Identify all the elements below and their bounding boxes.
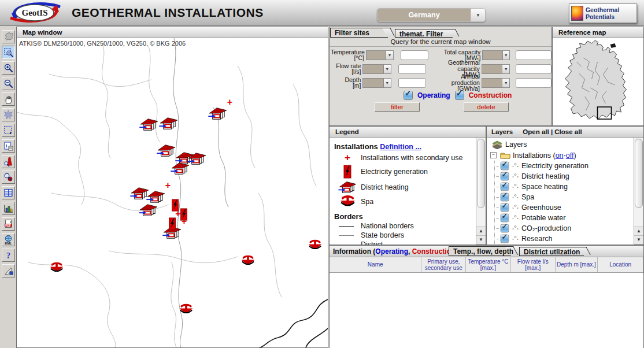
map-canvas[interactable]: ATKIS® DLM250/1000, GN250/1000, VG250, ©… bbox=[17, 38, 328, 347]
power-marker[interactable]: + bbox=[169, 217, 176, 232]
district-heating-marker[interactable] bbox=[157, 143, 176, 160]
district-heating-marker[interactable] bbox=[139, 202, 158, 220]
pan-button[interactable] bbox=[2, 92, 15, 106]
map-borders-layer bbox=[17, 38, 328, 347]
layer-on-link[interactable]: on bbox=[556, 151, 564, 160]
annual-production-value-input[interactable] bbox=[516, 78, 552, 88]
column-header-primary-use-secondary-use[interactable]: Primary use, secondary use bbox=[421, 257, 466, 272]
flow-rate-value-input[interactable] bbox=[398, 64, 426, 74]
operating-label: Operating bbox=[375, 247, 408, 256]
temperature-value-input[interactable] bbox=[401, 50, 428, 60]
measure-draw-button[interactable] bbox=[2, 264, 15, 277]
district-heating-marker[interactable] bbox=[171, 161, 190, 178]
identify-list-button[interactable]: i bbox=[2, 139, 15, 153]
column-header-location[interactable]: Location bbox=[598, 257, 643, 272]
scroll-up-icon[interactable]: ▲ bbox=[476, 227, 486, 236]
layer-item-label: District heating bbox=[521, 172, 569, 180]
space-heating-layer-checkbox[interactable]: ✓ bbox=[501, 183, 509, 191]
potable-water-layer-checkbox[interactable]: ✓ bbox=[501, 214, 509, 223]
zoom-in-button[interactable] bbox=[2, 61, 15, 75]
identify-button[interactable]: i bbox=[2, 124, 15, 137]
filter-button[interactable]: filter bbox=[375, 102, 420, 112]
district-heating-marker[interactable] bbox=[159, 116, 179, 133]
geotis-app: GeotIS GEOTHERMAL INSTALLATIONS Germany … bbox=[0, 0, 644, 348]
help-button[interactable]: ? bbox=[2, 249, 15, 262]
kml-export-button[interactable]: KML bbox=[2, 233, 15, 246]
tab-thematic-filter[interactable]: themat. Filter bbox=[395, 29, 453, 38]
total-capacity-value-input[interactable] bbox=[516, 50, 552, 60]
pdf-export-icon: PDF bbox=[3, 219, 13, 229]
scroll-down-icon[interactable]: ▼ bbox=[634, 236, 643, 245]
temperature-operator-select[interactable] bbox=[366, 50, 386, 60]
chevron-down-icon[interactable]: ▼ bbox=[383, 78, 391, 88]
column-header-temperature-c-max[interactable]: Temperature °C [max.] bbox=[466, 257, 511, 272]
column-header-flow-rate-l-s-max[interactable]: Flow rate l/s [max.] bbox=[511, 257, 556, 272]
delete-button[interactable]: delete bbox=[464, 102, 509, 112]
chevron-down-icon[interactable]: ▼ bbox=[471, 9, 485, 21]
spa-marker[interactable] bbox=[308, 240, 323, 253]
layers-group-node: − Installations (on - off) bbox=[489, 150, 634, 161]
chevron-down-icon[interactable]: ▼ bbox=[502, 50, 510, 60]
district-heating-icon bbox=[334, 180, 361, 194]
open-all-link[interactable]: Open all bbox=[523, 128, 549, 135]
legend-scrollbar-thumb[interactable] bbox=[477, 139, 485, 208]
zoom-box-button[interactable] bbox=[2, 46, 15, 59]
layers-scrollbar[interactable]: ▲ ▼ bbox=[634, 138, 643, 245]
flow-rate-operator-select[interactable] bbox=[362, 64, 383, 74]
spa-marker[interactable] bbox=[240, 256, 256, 269]
geothermal-capacity-value-input[interactable] bbox=[516, 64, 552, 74]
chevron-down-icon[interactable]: ▼ bbox=[386, 50, 393, 60]
chevron-down-icon[interactable]: ▼ bbox=[383, 64, 391, 74]
depth-value-input[interactable] bbox=[398, 78, 426, 88]
close-all-link[interactable]: Close all bbox=[554, 128, 582, 135]
refresh-star-button[interactable] bbox=[2, 108, 15, 121]
district-heating-marker[interactable] bbox=[187, 151, 207, 168]
information-table-header: NamePrimary use, secondary useTemperatur… bbox=[330, 257, 643, 273]
chevron-down-icon[interactable]: ▼ bbox=[502, 78, 510, 88]
layer-off-link[interactable]: off bbox=[566, 151, 574, 160]
reference-map-image[interactable] bbox=[553, 39, 643, 125]
collapse-expander-icon[interactable]: − bbox=[490, 152, 497, 158]
chart-button[interactable] bbox=[2, 202, 15, 215]
zoom-to-installation-button[interactable] bbox=[2, 155, 15, 168]
tab-district-utilization[interactable]: District utlization bbox=[519, 247, 584, 256]
full-extent-button[interactable] bbox=[2, 30, 15, 43]
total-capacity-operator-select[interactable] bbox=[482, 50, 502, 60]
layers-scrollbar-thumb[interactable] bbox=[635, 139, 643, 208]
country-select[interactable]: Germany ▼ bbox=[377, 8, 486, 22]
depth-operator-select[interactable] bbox=[362, 78, 383, 88]
co-production-layer-checkbox[interactable]: ✓ bbox=[501, 224, 509, 233]
data-table-button[interactable] bbox=[2, 186, 15, 199]
geothermal-potentials-button[interactable]: Geothermal Potentials bbox=[569, 3, 637, 23]
legend-scrollbar[interactable]: ▲ ▼ bbox=[476, 138, 486, 245]
spa-marker[interactable] bbox=[179, 304, 194, 317]
electricity-generation-layer-checkbox[interactable]: ✓ bbox=[501, 162, 509, 171]
scroll-up-icon[interactable]: ▲ bbox=[634, 227, 643, 236]
district-heating-marker[interactable] bbox=[139, 117, 159, 134]
zoom-to-seal-button[interactable] bbox=[2, 171, 15, 184]
definition-link[interactable]: Definition ... bbox=[380, 143, 421, 151]
greenhouse-layer-checkbox[interactable]: ✓ bbox=[501, 203, 509, 212]
layer-item-research: ✓Research bbox=[495, 234, 634, 244]
point-symbol-icon bbox=[512, 214, 519, 222]
operating-checkbox-label: Operating bbox=[417, 91, 450, 99]
operating-checkbox[interactable]: ✓ bbox=[404, 91, 413, 100]
research-layer-checkbox[interactable]: ✓ bbox=[501, 235, 509, 243]
column-header-depth-m-max[interactable]: Depth m [max.] bbox=[556, 257, 598, 272]
annual-production-operator-select[interactable] bbox=[482, 78, 502, 88]
zoom-out-button[interactable] bbox=[2, 77, 15, 90]
legend-item-label: Spa bbox=[361, 198, 373, 206]
district-heating-marker[interactable]: + bbox=[208, 106, 228, 123]
construction-checkbox[interactable]: ✓ bbox=[455, 91, 464, 100]
spa-marker[interactable] bbox=[49, 262, 64, 276]
column-header-name[interactable]: Name bbox=[330, 257, 421, 272]
tab-temp-flow-depth[interactable]: Temp., flow, depth bbox=[449, 246, 511, 256]
pdf-export-button[interactable]: PDF bbox=[2, 217, 15, 231]
spa-layer-checkbox[interactable]: ✓ bbox=[501, 193, 509, 202]
geothermal-capacity-operator-select[interactable] bbox=[482, 64, 502, 74]
chevron-down-icon[interactable]: ▼ bbox=[502, 64, 510, 74]
district-heating-layer-checkbox[interactable]: ✓ bbox=[501, 172, 509, 181]
tab-filter-sites[interactable]: Filter sites bbox=[330, 28, 388, 38]
power-marker[interactable] bbox=[180, 208, 188, 223]
scroll-down-icon[interactable]: ▼ bbox=[476, 236, 486, 245]
